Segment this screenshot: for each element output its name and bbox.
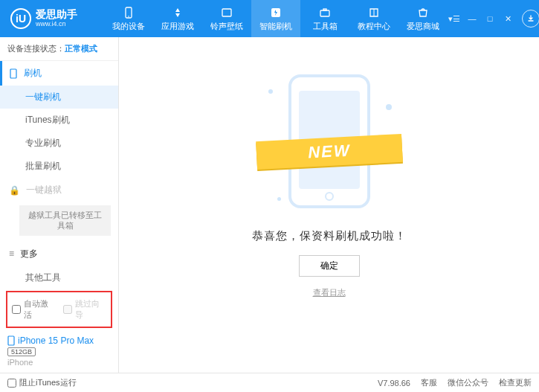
svg-rect-2 [222, 9, 231, 16]
nav-label: 智能刷机 [259, 21, 292, 32]
nav-label: 铃声壁纸 [210, 21, 243, 32]
title-bar: iU 爱思助手 www.i4.cn 我的设备 应用游戏 铃声壁纸 智能刷机 工具… [0, 0, 539, 37]
menu-icon[interactable]: ▾☰ [448, 12, 461, 25]
status-bar: 阻止iTunes运行 V7.98.66 客服 微信公众号 检查更新 [0, 373, 539, 392]
svg-rect-5 [323, 9, 326, 10]
confirm-button[interactable]: 确定 [299, 255, 360, 277]
sidebar-item-other[interactable]: 其他工具 [0, 266, 118, 288]
close-icon[interactable]: ✕ [501, 12, 514, 25]
footer-wechat[interactable]: 微信公众号 [448, 377, 488, 388]
more-icon: ≡ [9, 248, 14, 259]
toolbox-icon [318, 6, 332, 19]
download-icon[interactable] [522, 10, 539, 28]
sidebar: 设备连接状态：正常模式 刷机 一键刷机 iTunes刷机 专业刷机 批量刷机 🔒… [0, 37, 119, 373]
auto-activate-checkbox[interactable]: 自动激活 [12, 298, 56, 321]
nav-toolbox[interactable]: 工具箱 [300, 0, 349, 37]
nav-store[interactable]: 爱思商城 [398, 0, 448, 37]
svg-rect-7 [10, 69, 16, 78]
checkbox-label: 阻止iTunes运行 [19, 377, 77, 388]
new-ribbon: NEW [256, 134, 403, 170]
sidebar-item-pro[interactable]: 专业刷机 [0, 132, 118, 155]
group-label: 一键越狱 [26, 184, 62, 196]
device-type: iPhone [7, 358, 111, 367]
device-name-row[interactable]: iPhone 15 Pro Max [7, 335, 111, 346]
nav-my-device[interactable]: 我的设备 [104, 0, 153, 37]
logo: iU 爱思助手 www.i4.cn [0, 8, 104, 29]
lock-icon: 🔒 [9, 185, 20, 196]
app-name: 爱思助手 [36, 9, 77, 20]
device-name: iPhone 15 Pro Max [18, 335, 94, 346]
status-value: 正常模式 [65, 44, 97, 53]
nav-apps[interactable]: 应用游戏 [153, 0, 202, 37]
window-controls: ▾☰ ― □ ✕ [448, 10, 539, 28]
checkbox-label: 自动激活 [24, 298, 56, 321]
main-panel: NEW 恭喜您，保资料刷机成功啦！ 确定 查看日志 [119, 37, 539, 373]
logo-badge-icon: iU [10, 8, 31, 29]
success-message: 恭喜您，保资料刷机成功啦！ [252, 229, 407, 243]
block-itunes-checkbox[interactable]: 阻止iTunes运行 [7, 377, 77, 388]
nav-label: 工具箱 [313, 21, 338, 32]
options-highlight: 自动激活 跳过向导 [6, 291, 112, 328]
apps-icon [171, 6, 184, 19]
sidebar-group-more[interactable]: ≡ 更多 [0, 242, 118, 266]
sidebar-item-batch[interactable]: 批量刷机 [0, 155, 118, 178]
group-label: 刷机 [24, 67, 42, 80]
sidebar-item-oneclick[interactable]: 一键刷机 [0, 86, 118, 109]
book-icon [367, 6, 381, 19]
group-label: 更多 [20, 248, 38, 260]
minimize-icon[interactable]: ― [465, 12, 479, 25]
flash-icon [269, 6, 283, 19]
nav-label: 爱思商城 [407, 21, 439, 32]
footer-support[interactable]: 客服 [421, 377, 437, 388]
store-icon [416, 6, 430, 19]
version-label: V7.98.66 [378, 379, 410, 388]
phone-small-icon [9, 68, 18, 79]
jailbreak-note: 越狱工具已转移至工具箱 [19, 205, 111, 236]
skip-guide-checkbox[interactable]: 跳过向导 [63, 298, 107, 321]
checkbox-label: 跳过向导 [75, 298, 107, 321]
nav-label: 教程中心 [358, 21, 390, 32]
svg-point-1 [128, 16, 129, 17]
wallpaper-icon [220, 6, 233, 19]
sidebar-group-flash[interactable]: 刷机 [0, 61, 118, 86]
device-status: 设备连接状态：正常模式 [0, 37, 118, 61]
status-label: 设备连接状态： [7, 44, 65, 53]
device-small-icon [7, 335, 15, 346]
maximize-icon[interactable]: □ [483, 12, 497, 25]
footer-update[interactable]: 检查更新 [499, 377, 532, 388]
sidebar-item-itunes[interactable]: iTunes刷机 [0, 109, 118, 132]
nav-flash[interactable]: 智能刷机 [251, 0, 300, 37]
view-log-link[interactable]: 查看日志 [313, 287, 346, 298]
nav-label: 应用游戏 [161, 21, 194, 32]
svg-rect-8 [8, 336, 14, 345]
nav-label: 我的设备 [112, 21, 145, 32]
nav-tutorials[interactable]: 教程中心 [349, 0, 398, 37]
device-capacity: 512GB [7, 347, 36, 356]
success-illustration: NEW [262, 67, 396, 216]
app-url: www.i4.cn [36, 21, 77, 28]
phone-icon [122, 6, 135, 19]
nav-ringtones[interactable]: 铃声壁纸 [202, 0, 251, 37]
svg-rect-4 [320, 10, 329, 16]
sidebar-group-jailbreak: 🔒 一键越狱 [0, 178, 118, 202]
top-nav: 我的设备 应用游戏 铃声壁纸 智能刷机 工具箱 教程中心 爱思商城 [104, 0, 448, 37]
device-info: iPhone 15 Pro Max 512GB iPhone [0, 332, 118, 373]
